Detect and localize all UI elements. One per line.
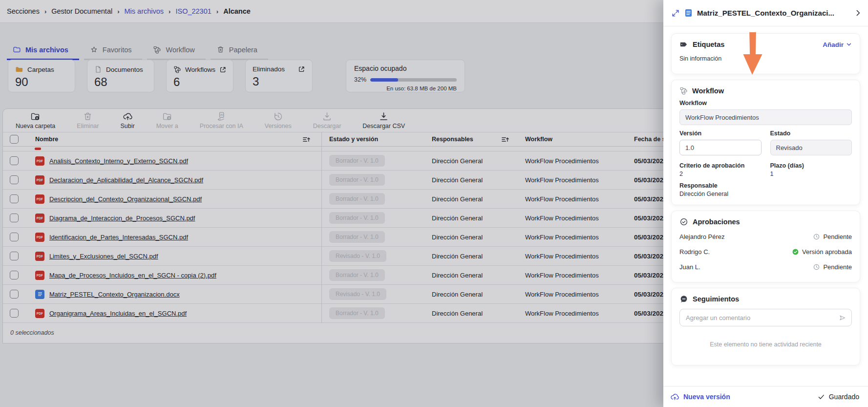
- approval-row: Rodrigo C. Versión aprobada: [679, 244, 852, 259]
- stat-label: Carpetas: [27, 66, 54, 73]
- new-version-button[interactable]: Nueva versión: [670, 392, 730, 402]
- workflow-field-label: Workflow: [679, 100, 852, 107]
- workflow-value: WorkFlow Procedimientos: [519, 253, 626, 260]
- stat-label: Espacio ocupado: [354, 64, 457, 72]
- sort-icon[interactable]: [302, 136, 311, 143]
- row-checkbox[interactable]: [10, 214, 19, 222]
- responsable-label: Responsable: [679, 182, 852, 189]
- breadcrumb-current-alcance: Alcance: [223, 7, 251, 15]
- file-name-link[interactable]: Identificacion_de_Partes_Interesadas_SGC…: [49, 234, 188, 241]
- stat-card-documentos: Documentos 68: [87, 60, 154, 92]
- sort-icon[interactable]: [501, 136, 509, 143]
- tab-mis-archivos[interactable]: Mis archivos: [7, 41, 79, 60]
- plazo-label: Plazo (días): [770, 162, 852, 169]
- tab-papelera[interactable]: Papelera: [211, 41, 268, 60]
- process-ai-button[interactable]: AI Procesar con IA: [200, 111, 243, 129]
- tab-label: Mis archivos: [25, 46, 68, 54]
- file-name-link[interactable]: Declaracion_de_Aplicabilidad_del_Alcance…: [49, 176, 203, 184]
- folder-icon: [15, 65, 23, 73]
- new-folder-button[interactable]: Nueva carpeta: [16, 111, 55, 129]
- responsable-value: Dirección General: [432, 234, 483, 241]
- row-checkbox[interactable]: [10, 233, 19, 241]
- breadcrumb-iso-22301[interactable]: ISO_22301: [175, 7, 211, 15]
- row-checkbox[interactable]: [10, 194, 19, 203]
- download-button[interactable]: Descargar: [313, 111, 341, 129]
- tag-icon: [679, 40, 688, 49]
- status-badge: Borrador - V. 1.0: [329, 174, 385, 186]
- responsable-value: Dirección General: [432, 214, 483, 222]
- tab-label: Papelera: [229, 46, 257, 54]
- workflow-value: WorkFlow Procedimientos: [519, 234, 626, 241]
- card-title: Etiquetas: [693, 41, 724, 48]
- saved-status: Guardado: [817, 393, 859, 401]
- file-name-link[interactable]: Analisis_Contexto_Interno_y_Externo_SGCN…: [49, 157, 188, 165]
- version-input[interactable]: [679, 140, 762, 155]
- pdf-icon: PDF: [35, 233, 44, 242]
- breadcrumb-gestor-documental: Gestor Documental: [51, 7, 112, 15]
- row-checkbox[interactable]: [10, 156, 19, 165]
- file-icon: [94, 65, 102, 73]
- saved-label: Guardado: [829, 393, 859, 401]
- delete-button[interactable]: Eliminar: [77, 111, 99, 129]
- pdf-icon: PDF: [35, 214, 44, 223]
- plazo-value: 1: [770, 171, 852, 177]
- tab-bar: Mis archivos Favoritos Workflow Papelera: [7, 41, 268, 60]
- clock-icon: [813, 233, 820, 240]
- pdf-icon: PDF: [35, 271, 44, 280]
- breadcrumb-mis-archivos[interactable]: Mis archivos: [125, 7, 164, 15]
- panel-footer: Nueva versión Guardado: [663, 386, 868, 407]
- send-icon[interactable]: [838, 314, 847, 322]
- history-icon: [273, 111, 283, 122]
- workflow-name-input: [679, 109, 852, 125]
- file-name-link[interactable]: Diagrama_de_Interaccion_de_Procesos_SGCN…: [49, 214, 195, 222]
- tab-favoritos[interactable]: Favoritos: [84, 41, 143, 60]
- button-label: Eliminar: [77, 123, 99, 129]
- add-tag-button[interactable]: Añadir: [823, 41, 852, 48]
- move-to-button[interactable]: Mover a: [156, 111, 178, 129]
- file-name-link[interactable]: Limites_y_Exclusiones_del_SGCN.pdf: [49, 253, 158, 260]
- file-name-link[interactable]: Mapa_de_Procesos_Incluidos_en_el_SGCN - …: [49, 272, 216, 279]
- external-link-icon[interactable]: [298, 65, 305, 73]
- row-checkbox[interactable]: [10, 290, 19, 299]
- status-badge: Borrador - V. 1.0: [329, 307, 385, 319]
- select-all-checkbox[interactable]: [10, 135, 19, 144]
- row-checkbox[interactable]: [10, 252, 19, 260]
- breadcrumb-separator: ›: [117, 8, 119, 15]
- button-label: Nueva carpeta: [16, 123, 55, 129]
- file-name-link[interactable]: Descripcion_del_Contexto_Organizacional_…: [49, 195, 202, 203]
- download-csv-button[interactable]: Descargar CSV: [362, 111, 405, 129]
- folder-move-icon: [162, 111, 172, 122]
- responsable-value: Dirección General: [432, 176, 483, 184]
- row-checkbox[interactable]: [10, 309, 19, 318]
- comment-input[interactable]: [686, 314, 838, 321]
- responsable-value: Dirección General: [432, 157, 483, 165]
- approval-status: Pendiente: [823, 263, 852, 271]
- upload-button[interactable]: Subir: [120, 111, 134, 129]
- responsable-value: Dirección General: [432, 291, 483, 298]
- seguimientos-card: Seguimientos Este elemento no tiene acti…: [671, 288, 860, 365]
- check-icon: [817, 393, 825, 401]
- trash-icon: [216, 45, 225, 54]
- versions-button[interactable]: Versiones: [265, 111, 292, 129]
- file-name-link[interactable]: Matriz_PESTEL_Contexto_Organizacion.docx: [49, 291, 180, 298]
- breadcrumb-separator: ›: [216, 8, 218, 15]
- approver-name: Rodrigo C.: [679, 248, 710, 256]
- workflow-value: WorkFlow Procedimientos: [519, 214, 626, 222]
- row-checkbox[interactable]: [10, 175, 19, 184]
- button-label: Descargar: [313, 123, 341, 129]
- responsable-value: Dirección General: [432, 195, 483, 203]
- chevron-down-icon: [846, 42, 852, 47]
- check-circle-filled-icon: [792, 248, 799, 256]
- add-label: Añadir: [823, 41, 844, 48]
- breadcrumb-separator: ›: [169, 8, 170, 15]
- status-badge: Borrador - V. 1.0: [329, 212, 385, 224]
- folder-icon: [13, 45, 21, 54]
- chevron-right-icon[interactable]: [854, 9, 862, 17]
- stat-value: 90: [15, 75, 68, 89]
- expand-icon[interactable]: [671, 9, 680, 18]
- external-link-icon[interactable]: [219, 66, 227, 73]
- tab-workflow[interactable]: Workflow: [147, 41, 205, 60]
- file-name-link[interactable]: Organigrama_Areas_Incluidas_en_el_SGCN.p…: [49, 310, 187, 317]
- row-checkbox[interactable]: [10, 271, 19, 279]
- workflow-icon: [153, 45, 161, 54]
